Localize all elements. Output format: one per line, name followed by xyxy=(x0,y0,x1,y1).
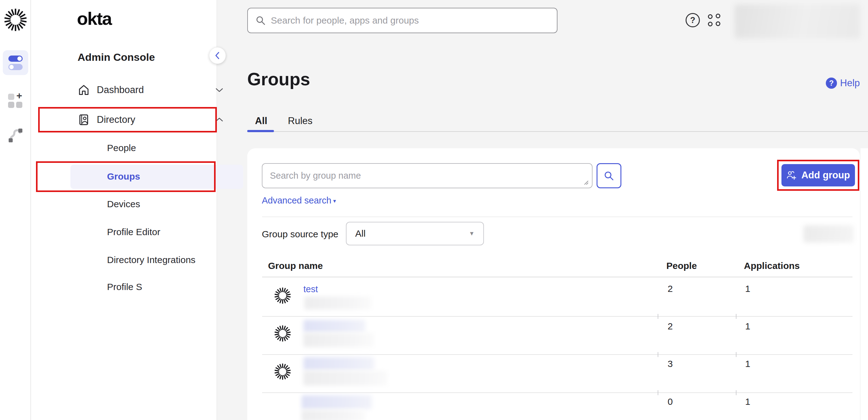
help-icon[interactable]: ? xyxy=(686,13,700,27)
user-account-blurred[interactable] xyxy=(735,4,860,38)
search-icon xyxy=(255,15,266,26)
table-header-border xyxy=(262,277,852,277)
col-header-group-name: Group name xyxy=(268,261,323,271)
help-link[interactable]: ? Help xyxy=(826,77,860,89)
sidebar-item-people[interactable]: People xyxy=(107,143,136,153)
add-group-label: Add group xyxy=(801,170,850,181)
blurred-group-description xyxy=(303,371,388,386)
directory-card-icon xyxy=(78,114,90,126)
advanced-search-label: Advanced search xyxy=(262,195,331,205)
sidebar-item-label: Dashboard xyxy=(97,85,144,96)
sidebar-item-profile-editor[interactable]: Profile Editor xyxy=(107,227,160,237)
column-tick xyxy=(658,314,658,319)
blurred-group-description xyxy=(303,333,374,347)
sidebar-collapse-button[interactable] xyxy=(209,47,226,64)
blurred-group-description xyxy=(302,410,365,420)
tab-divider xyxy=(247,131,868,132)
chevron-up-icon xyxy=(215,117,223,123)
group-avatar-spinner-icon xyxy=(275,325,291,342)
toolbar-divider xyxy=(262,217,852,217)
rail-item-apps[interactable]: + xyxy=(3,88,28,113)
group-source-type-dropdown[interactable]: All ▼ xyxy=(346,222,484,245)
search-icon xyxy=(603,170,615,182)
applications-count: 1 xyxy=(745,321,750,332)
home-icon xyxy=(78,84,90,96)
people-count: 0 xyxy=(668,396,673,407)
sidebar-item-directory[interactable]: Directory xyxy=(78,110,226,129)
okta-admin-console: + okta Admin Console Dashboard xyxy=(0,0,868,420)
column-tick xyxy=(658,390,658,395)
caret-down-icon: ▼ xyxy=(469,230,475,237)
caret-down-icon: ▾ xyxy=(333,198,336,204)
blurred-group-description xyxy=(304,296,372,310)
applications-count: 1 xyxy=(745,359,750,369)
group-search-button[interactable] xyxy=(596,163,621,188)
help-badge-icon: ? xyxy=(826,77,837,89)
toggles-icon xyxy=(8,56,23,70)
applications-count: 1 xyxy=(745,396,750,407)
groups-panel: Add group Advanced search▾ Group source … xyxy=(247,148,860,420)
okta-wordmark: okta xyxy=(77,8,112,29)
apps-grid-plus-icon: + xyxy=(7,92,24,108)
icon-rail: + xyxy=(0,0,31,420)
chevron-left-icon xyxy=(214,52,221,60)
blurred-control xyxy=(804,225,854,243)
people-count: 2 xyxy=(668,284,673,294)
app-switcher-icon[interactable] xyxy=(708,14,723,28)
dropdown-value: All xyxy=(355,228,366,239)
col-header-applications: Applications xyxy=(744,261,800,271)
group-search-box xyxy=(262,163,592,188)
blurred-group-name[interactable] xyxy=(302,395,372,409)
column-tick xyxy=(658,352,658,357)
tab-all[interactable]: All xyxy=(255,116,268,127)
help-link-label: Help xyxy=(840,77,860,89)
people-count: 3 xyxy=(668,359,673,369)
sidebar-item-groups-selected[interactable]: Groups xyxy=(70,165,243,189)
sidebar-item-dashboard[interactable]: Dashboard xyxy=(78,80,226,99)
advanced-search-link[interactable]: Advanced search▾ xyxy=(262,195,336,206)
sidebar-item-label: Directory xyxy=(97,114,135,125)
applications-count: 1 xyxy=(745,284,750,294)
group-link-test[interactable]: test xyxy=(303,284,318,294)
global-search-input[interactable] xyxy=(271,15,549,26)
page-title: Groups xyxy=(247,69,310,89)
group-source-type-label: Group source type xyxy=(262,229,338,239)
workflow-icon xyxy=(7,128,24,144)
tab-rules[interactable]: Rules xyxy=(288,116,312,127)
sidebar-item-directory-integrations[interactable]: Directory Integrations xyxy=(107,255,195,265)
row-divider xyxy=(262,354,852,355)
global-search[interactable] xyxy=(247,8,557,33)
sidebar-item-profile-sources[interactable]: Profile S xyxy=(107,282,142,292)
sidebar-item-label: Groups xyxy=(107,171,140,182)
group-avatar-spinner-icon xyxy=(275,288,291,304)
col-header-people: People xyxy=(666,261,697,271)
column-tick xyxy=(736,390,737,395)
rail-item-admin-toggle[interactable] xyxy=(3,50,28,75)
add-group-icon xyxy=(786,171,797,180)
scrollbar-track[interactable] xyxy=(861,148,868,420)
column-tick xyxy=(736,314,737,319)
rail-item-workflows[interactable] xyxy=(3,124,28,148)
active-tab-underline xyxy=(247,130,274,132)
sidebar-item-devices[interactable]: Devices xyxy=(107,199,140,209)
blurred-group-name[interactable] xyxy=(303,357,374,370)
blurred-group-name[interactable] xyxy=(303,320,366,332)
console-title: Admin Console xyxy=(78,51,155,63)
add-group-button[interactable]: Add group xyxy=(781,164,855,187)
sidebar: okta Admin Console Dashboard Directory xyxy=(31,0,217,420)
chevron-down-icon xyxy=(215,87,223,93)
people-count: 2 xyxy=(668,321,673,332)
row-divider xyxy=(262,316,852,317)
group-search-input[interactable] xyxy=(262,164,592,188)
okta-spinner-logo-icon xyxy=(4,9,27,31)
column-tick xyxy=(736,352,737,357)
group-avatar-spinner-icon xyxy=(275,363,291,380)
row-divider xyxy=(262,392,852,393)
